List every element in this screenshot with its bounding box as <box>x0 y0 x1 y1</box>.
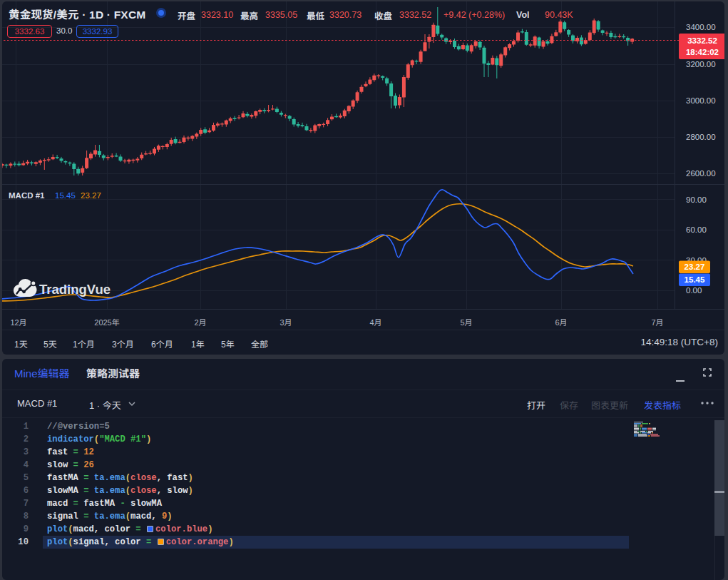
svg-text:3332.52: 3332.52 <box>687 36 717 45</box>
svg-text:3400.00: 3400.00 <box>686 23 716 31</box>
svg-text:TradingVue: TradingVue <box>39 282 111 297</box>
svg-text:23.27: 23.27 <box>685 263 705 271</box>
svg-text:18:42:02: 18:42:02 <box>686 48 719 56</box>
svg-text:2800.00: 2800.00 <box>686 133 716 141</box>
svg-text:90.00: 90.00 <box>686 195 707 204</box>
svg-text:2600.00: 2600.00 <box>686 169 716 178</box>
svg-text:0.00: 0.00 <box>686 286 702 295</box>
svg-text:15.45: 15.45 <box>685 275 705 284</box>
svg-text:3000.00: 3000.00 <box>686 96 716 105</box>
svg-text:60.00: 60.00 <box>686 225 707 234</box>
svg-text:3200.00: 3200.00 <box>686 60 716 68</box>
